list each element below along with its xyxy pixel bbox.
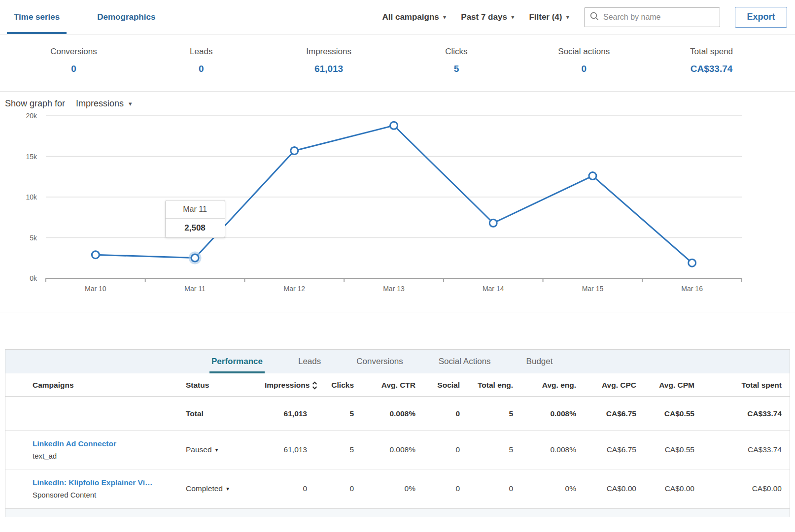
total-avg-cpc: CA$6.75 <box>584 397 644 431</box>
table-next-row-strip <box>5 508 790 517</box>
metric-value: CA$33.74 <box>648 64 775 74</box>
tab-performance[interactable]: Performance <box>211 350 263 373</box>
svg-text:10k: 10k <box>26 193 37 201</box>
tab-time-series[interactable]: Time series <box>7 0 67 34</box>
cell-avg-eng: 0.008% <box>521 431 584 469</box>
total-label: Total <box>178 397 257 431</box>
cell-impressions: 0 <box>257 469 315 508</box>
tab-budget[interactable]: Budget <box>526 350 553 373</box>
tab-social-actions[interactable]: Social Actions <box>439 350 491 373</box>
metric-label: Leads <box>138 47 265 57</box>
cell-total-eng: 0 <box>468 469 521 508</box>
top-nav: Time series Demographics All campaigns ▾… <box>0 0 795 34</box>
export-button[interactable]: Export <box>735 7 787 28</box>
tab-performance-label: Performance <box>211 357 263 366</box>
cell-social: 0 <box>423 431 468 469</box>
tab-budget-label: Budget <box>526 357 553 366</box>
cell-clicks: 0 <box>315 469 362 508</box>
chevron-down-icon: ▾ <box>566 13 569 21</box>
campaign-link[interactable]: LinkedIn Ad Connector <box>33 439 170 448</box>
impressions-chart-svg: 0k5k10k15k20kMar 10Mar 11Mar 12Mar 13Mar… <box>0 107 795 304</box>
tab-leads[interactable]: Leads <box>298 350 321 373</box>
graph-controls: Show graph for Impressions ▾ <box>0 92 795 109</box>
svg-text:0k: 0k <box>30 274 37 282</box>
cell-avg-cpc: CA$0.00 <box>584 469 644 508</box>
campaigns-table: Campaigns Status Impressions Clicks Avg.… <box>5 373 790 508</box>
cell-avg-ctr: 0% <box>362 469 423 508</box>
total-clicks: 5 <box>315 397 362 431</box>
metric-value: 0 <box>138 64 265 74</box>
cell-total-spent: CA$33.74 <box>702 431 790 469</box>
tab-conversions-label: Conversions <box>356 357 403 366</box>
search-input[interactable] <box>603 13 715 22</box>
metric-conversions[interactable]: Conversions 0 <box>10 34 138 91</box>
svg-text:Mar 16: Mar 16 <box>681 285 703 293</box>
metric-label: Conversions <box>10 47 138 57</box>
total-campaign-cell <box>5 397 178 431</box>
metric-value: 5 <box>393 64 520 74</box>
campaign-type: text_ad <box>33 452 170 460</box>
metric-leads[interactable]: Leads 0 <box>138 34 265 91</box>
status-dropdown[interactable]: Completed ▾ <box>186 484 229 493</box>
metric-label: Total spend <box>648 47 775 57</box>
status-label: Paused <box>186 445 212 454</box>
col-avg-eng: Avg. eng. <box>521 373 584 397</box>
metric-label: Clicks <box>393 47 520 57</box>
chart-tooltip: Mar 11 2,508 <box>165 200 225 238</box>
svg-text:Mar 14: Mar 14 <box>483 285 504 293</box>
svg-text:Mar 11: Mar 11 <box>184 285 206 293</box>
metric-value: 0 <box>520 64 648 74</box>
tab-leads-label: Leads <box>298 357 321 366</box>
date-range-dropdown[interactable]: Past 7 days ▾ <box>461 12 514 22</box>
time-series-chart-section: Show graph for Impressions ▾ 0k5k10k15k2… <box>0 92 795 312</box>
cell-clicks: 5 <box>315 431 362 469</box>
search-box[interactable] <box>584 7 720 27</box>
col-avg-cpc: Avg. CPC <box>584 373 644 397</box>
col-avg-ctr: Avg. CTR <box>362 373 423 397</box>
metric-clicks[interactable]: Clicks 5 <box>393 34 520 91</box>
tab-time-series-label: Time series <box>14 12 60 22</box>
chevron-down-icon: ▾ <box>511 13 515 21</box>
tooltip-value: 2,508 <box>166 219 225 237</box>
campaign-filter-dropdown[interactable]: All campaigns ▾ <box>382 12 447 22</box>
tab-social-actions-label: Social Actions <box>439 357 491 366</box>
cell-total-spent: CA$0.00 <box>702 469 790 508</box>
metric-impressions[interactable]: Impressions 61,013 <box>265 34 393 91</box>
chevron-down-icon: ▾ <box>215 446 218 453</box>
date-range-label: Past 7 days <box>461 12 507 22</box>
svg-text:Mar 10: Mar 10 <box>85 285 106 293</box>
table-row: LinkedIn: Klipfolio Explainer Vi… Sponso… <box>5 469 790 508</box>
metric-social-actions[interactable]: Social actions 0 <box>520 34 648 91</box>
impressions-line-chart[interactable]: 0k5k10k15k20kMar 10Mar 11Mar 12Mar 13Mar… <box>0 107 795 304</box>
total-avg-ctr: 0.008% <box>362 397 423 431</box>
campaign-type: Sponsored Content <box>33 491 170 499</box>
table-tabs: Performance Leads Conversions Social Act… <box>5 350 790 373</box>
metric-total-spend[interactable]: Total spend CA$33.74 <box>648 34 775 91</box>
metric-label: Social actions <box>520 47 648 57</box>
sort-icon[interactable] <box>312 381 317 390</box>
cell-social: 0 <box>423 469 468 508</box>
svg-text:15k: 15k <box>26 153 37 161</box>
cell-avg-cpm: CA$0.55 <box>644 431 702 469</box>
campaign-link[interactable]: LinkedIn: Klipfolio Explainer Vi… <box>33 478 170 487</box>
svg-text:20k: 20k <box>26 112 37 120</box>
chevron-down-icon: ▾ <box>129 100 132 107</box>
table-row: LinkedIn Ad Connector text_ad Paused ▾ 6… <box>5 431 790 469</box>
filter-dropdown[interactable]: Filter (4) ▾ <box>529 12 569 22</box>
metrics-summary: Conversions 0 Leads 0 Impressions 61,013… <box>0 34 795 92</box>
metric-label: Impressions <box>265 47 393 57</box>
col-impressions[interactable]: Impressions <box>257 373 315 397</box>
total-total-eng: 5 <box>468 397 521 431</box>
col-clicks: Clicks <box>315 373 362 397</box>
tab-conversions[interactable]: Conversions <box>356 350 403 373</box>
tab-demographics[interactable]: Demographics <box>90 0 162 34</box>
search-icon <box>589 11 599 23</box>
status-dropdown[interactable]: Paused ▾ <box>186 445 218 454</box>
total-avg-eng: 0.008% <box>521 397 584 431</box>
table-total-row: Total 61,013 5 0.008% 0 5 0.008% CA$6.75… <box>5 397 790 431</box>
toolbar: All campaigns ▾ Past 7 days ▾ Filter (4)… <box>382 0 795 34</box>
col-total-eng: Total eng. <box>468 373 521 397</box>
cell-avg-eng: 0% <box>521 469 584 508</box>
col-avg-cpm: Avg. CPM <box>644 373 702 397</box>
metric-value: 61,013 <box>265 64 393 74</box>
